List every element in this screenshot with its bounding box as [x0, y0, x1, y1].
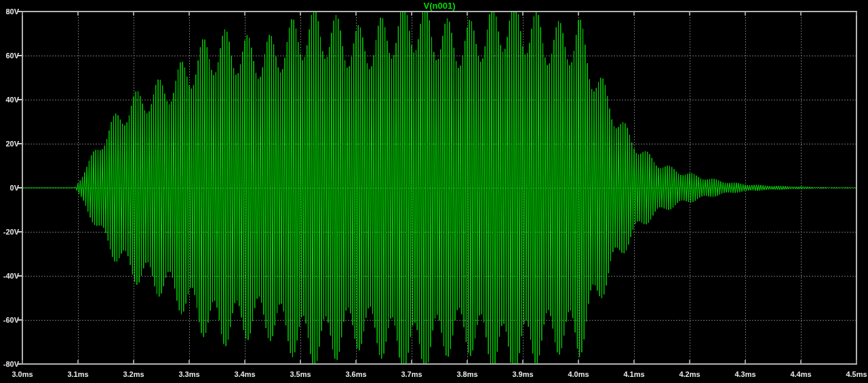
x-tick-label: 4.0ms — [564, 370, 593, 378]
y-tick-label: 20V — [0, 140, 19, 148]
y-tick-label: -80V — [0, 360, 19, 368]
x-tick-label: 3.1ms — [63, 370, 93, 378]
y-tick-label: 80V — [0, 7, 19, 16]
x-tick-label: 3.5ms — [285, 370, 315, 378]
x-tick-label: 4.4ms — [786, 370, 816, 378]
y-tick-label: 0V — [0, 184, 19, 192]
x-tick-label: 4.5ms — [842, 370, 868, 378]
x-tick-label: 3.4ms — [230, 370, 260, 378]
x-tick-label: 4.3ms — [730, 370, 760, 378]
y-tick-label: -60V — [0, 316, 19, 324]
waveform-plot-canvas[interactable] — [0, 0, 868, 383]
x-tick-label: 3.3ms — [174, 370, 204, 378]
y-tick-label: -40V — [0, 272, 19, 280]
waveform-viewer-window: V(n001) 80V60V40V20V0V-20V-40V-60V-80V 3… — [0, 0, 868, 383]
y-tick-label: 60V — [0, 52, 19, 60]
x-tick-label: 3.7ms — [397, 370, 427, 378]
x-tick-label: 3.6ms — [341, 370, 371, 378]
x-tick-label: 3.9ms — [508, 370, 538, 378]
y-tick-label: -20V — [0, 228, 19, 236]
x-tick-label: 3.2ms — [119, 370, 149, 378]
y-tick-label: 40V — [0, 96, 19, 104]
x-tick-label: 4.2ms — [675, 370, 705, 378]
x-tick-label: 4.1ms — [619, 370, 649, 378]
trace-label[interactable]: V(n001) — [22, 1, 856, 11]
x-tick-label: 3.0ms — [7, 370, 37, 378]
x-tick-label: 3.8ms — [452, 370, 482, 378]
